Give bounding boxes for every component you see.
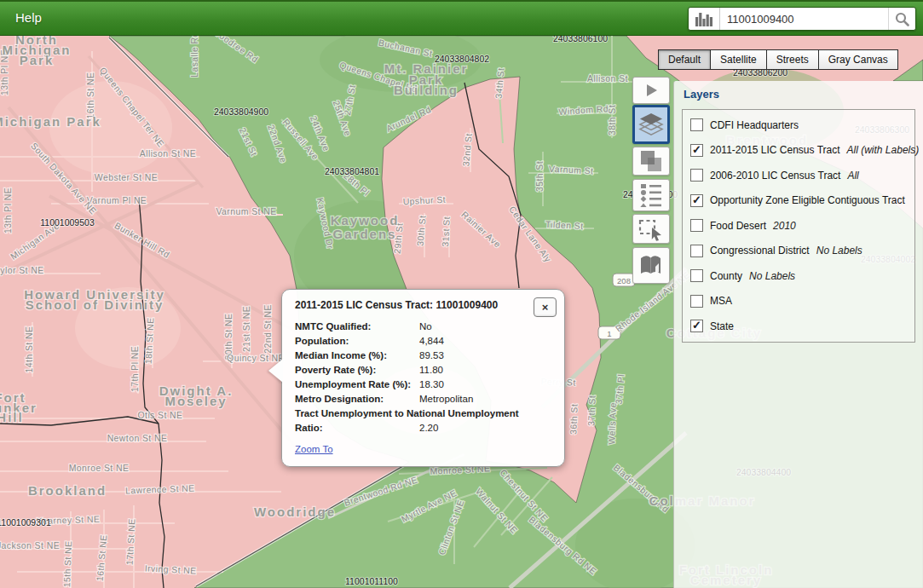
layer-annotation: No Labels (749, 270, 795, 282)
place-label: Woodridge (254, 504, 336, 519)
checkbox-checked[interactable]: ✓ (690, 144, 703, 157)
popup-row-value: No (419, 320, 432, 334)
layer-row-county[interactable]: CountyNo Labels (683, 263, 914, 289)
app-header: Help (0, 0, 923, 36)
basemap-button-streets[interactable]: Streets (766, 49, 819, 70)
layer-annotation: 2010 (773, 220, 796, 232)
street-label: Varnum Pl NE (87, 195, 147, 205)
layer-row-2011-2015-lic-census-tract[interactable]: ✓2011-2015 LIC Census TractAll (with Lab… (683, 138, 914, 164)
toolbar-button-legend[interactable] (632, 179, 670, 211)
layer-row-state[interactable]: ✓State (683, 314, 914, 339)
street-label: Tilden St (545, 219, 584, 231)
search-input[interactable] (720, 8, 888, 30)
street-label: Webster St NE (95, 172, 158, 182)
street-label: 13th Pl NE (3, 187, 13, 233)
layers-panel-title: Layers (684, 88, 719, 101)
street-label: 35th St (534, 161, 545, 192)
toolbar-button-select-region[interactable] (632, 214, 670, 244)
layer-annotation: All (847, 170, 858, 182)
close-icon[interactable]: × (534, 297, 557, 317)
layer-annotation: All (with Labels) (847, 144, 920, 156)
layer-label: Opportunity Zone Eligible Contiguous Tra… (710, 194, 905, 206)
popup-row-label: Poverty Rate (%): (295, 363, 419, 378)
help-button[interactable]: Help (15, 10, 42, 25)
street-label: Otis St NE (137, 410, 182, 420)
tract-number-label: 24033804802 (435, 54, 489, 64)
search-icon (895, 12, 909, 26)
play-arrow-icon (643, 83, 660, 98)
layer-row-congressional-district[interactable]: Congressional DistrictNo Labels (683, 239, 914, 264)
street-label: Taylor St NE (0, 265, 44, 275)
street-label: 15th St NE (61, 540, 73, 587)
popup-row-value: 89.53 (419, 349, 444, 363)
layer-label: CDFI Headquarters (710, 119, 799, 131)
layer-row-msa[interactable]: MSA (683, 289, 914, 314)
popup-row: Unemployment Rate (%):18.30 (295, 378, 552, 392)
toolbar-button-layers[interactable] (632, 105, 670, 144)
checkbox-unchecked[interactable] (690, 269, 703, 282)
street-label: 21st St NE (241, 306, 251, 352)
popup-row-value: 11.80 (419, 363, 443, 378)
checkbox-unchecked[interactable] (690, 118, 703, 131)
layer-label: Congressional District (710, 245, 810, 257)
place-label: Dwight A.Moseley (159, 383, 234, 408)
popup-row-value: 4,844 (419, 334, 444, 349)
street-label: Allison St (587, 73, 628, 84)
basemap-button-default[interactable]: Default (658, 49, 711, 70)
overlap-squares-icon (639, 149, 663, 173)
popup-row-label: Population: (295, 334, 419, 349)
street-label: Newton St NE (107, 433, 168, 443)
layer-label: State (710, 320, 734, 332)
popup-attribute-rows: NMTC Qualified:NoPopulation:4,844Median … (295, 320, 552, 435)
layer-row-food-desert[interactable]: Food Desert2010 (683, 213, 914, 239)
popup-row-value: 2.20 (419, 421, 438, 435)
zoom-to-link[interactable]: Zoom To (295, 444, 333, 454)
checkbox-checked[interactable]: ✓ (690, 194, 703, 207)
street-label: Jackson St NE (0, 540, 60, 551)
layer-label: County (710, 270, 742, 282)
popup-row-label: Median Income (%): (295, 349, 419, 363)
popup-row: NMTC Qualified:No (295, 320, 552, 334)
checkbox-checked[interactable]: ✓ (690, 320, 703, 332)
search-bar (688, 7, 916, 31)
street-label: 16th St NE (85, 72, 95, 119)
toolbar-button-bookmarks[interactable] (632, 247, 670, 284)
street-label: 37th St (586, 395, 597, 426)
checkbox-unchecked[interactable] (690, 245, 703, 257)
place-label: Michigan Park (0, 114, 101, 129)
layer-label: MSA (710, 295, 732, 307)
tract-number-label: 24033804900 (214, 107, 268, 117)
popup-row: Population:4,844 (295, 334, 552, 349)
street-label: 14th St NE (24, 326, 34, 373)
search-button[interactable] (888, 8, 915, 30)
layer-label: Food Desert (710, 220, 766, 232)
layer-row-cdfi-headquarters[interactable]: CDFI Headquarters (683, 112, 914, 138)
layer-label: 2006-2010 LIC Census Tract (710, 170, 840, 182)
popup-row-label: Unemployment Rate (%): (295, 378, 419, 392)
street-label: 22nd St NE (262, 304, 273, 354)
street-label: Monroe St NE (69, 463, 130, 473)
street-label: 31st St (440, 216, 452, 247)
toolbar-button-collapse-panel[interactable] (632, 77, 670, 104)
book-icon (638, 255, 664, 277)
layer-row-opportunity-zone-eligible-contiguous-tract[interactable]: ✓Opportunity Zone Eligible Contiguous Tr… (683, 188, 914, 214)
popup-row: Median Income (%):89.53 (295, 349, 552, 363)
checkbox-unchecked[interactable] (690, 295, 703, 308)
svg-text:208: 208 (617, 276, 631, 285)
tract-number-label: 11001009503 (40, 217, 95, 228)
popup-tail-pointer (268, 359, 283, 383)
feature-popup: 2011-2015 LIC Census Tract: 11001009400 … (281, 289, 565, 467)
place-label: KaywoodGardens (331, 213, 400, 241)
basemap-button-gray-canvas[interactable]: Gray Canvas (818, 49, 898, 70)
street-label: 17th Pl NE (130, 346, 140, 392)
layers-list: CDFI Headquarters✓2011-2015 LIC Census T… (682, 109, 915, 343)
checkbox-unchecked[interactable] (690, 219, 703, 232)
basemap-button-satellite[interactable]: Satellite (710, 49, 767, 70)
svg-text:1: 1 (607, 329, 611, 338)
select-region-icon (638, 217, 664, 241)
street-label: Lasalle Rd (189, 32, 199, 78)
checkbox-unchecked[interactable] (690, 169, 703, 182)
toolbar-button-basemap-swipe[interactable] (632, 147, 670, 176)
tract-number-label: 24033804801 (325, 166, 379, 176)
layer-row-2006-2010-lic-census-tract[interactable]: 2006-2010 LIC Census TractAll (683, 163, 914, 188)
